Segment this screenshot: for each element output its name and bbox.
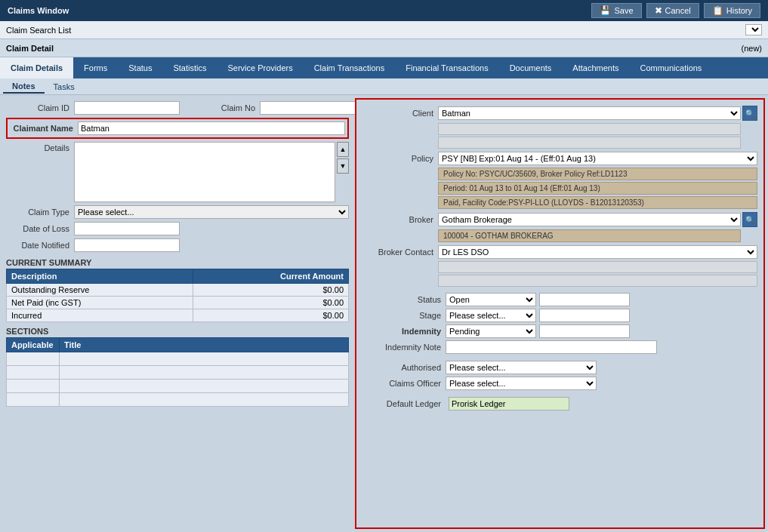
save-button[interactable]: Save [591, 3, 641, 18]
title-bar: Claims Window Save Cancel History [0, 0, 768, 21]
title-buttons: Save Cancel History [591, 3, 760, 18]
broker-info: 100004 - GOTHAM BROKERAG [438, 229, 741, 242]
table-row: Incurred$0.00 [7, 309, 349, 322]
search-list-title: Claim Search List [6, 26, 71, 35]
tab-financial-transactions[interactable]: Financial Transactions [395, 57, 498, 78]
stage-note-input[interactable] [539, 309, 630, 322]
claimant-name-box: Claimant Name [6, 118, 349, 139]
cancel-icon [655, 5, 662, 16]
claim-type-select[interactable]: Please select... [74, 205, 349, 219]
claims-officer-select[interactable]: Please select... [446, 377, 597, 390]
table-row: Outstanding Reserve$0.00 [7, 284, 349, 297]
client-select[interactable]: Batman [438, 106, 741, 120]
tab-communications[interactable]: Communications [629, 57, 712, 78]
broker-contact-select[interactable]: Dr LES DSO [438, 245, 757, 259]
table-row [7, 380, 349, 393]
col-current-amount: Current Amount [193, 269, 349, 284]
claimant-name-input[interactable] [78, 121, 345, 135]
broker-contact-label: Broker Contact [362, 248, 438, 257]
date-notified-label: Date Notified [6, 241, 74, 250]
subtab-tasks[interactable]: Tasks [45, 81, 84, 93]
claim-no-label: Claim No [192, 103, 260, 112]
extra-row-1 [438, 261, 757, 273]
date-notified-input[interactable] [74, 238, 180, 252]
broker-select[interactable]: Gotham Brokerage [438, 213, 741, 226]
nav-tabs: Claim Details Forms Status Statistics Se… [0, 57, 768, 78]
status-select[interactable]: Open [446, 293, 536, 306]
claims-officer-row: Claims Officer Please select... [362, 377, 757, 390]
search-bar-dropdown[interactable] [745, 24, 762, 35]
indemnity-note-row: Indemnity Note [362, 340, 757, 354]
history-icon [712, 5, 723, 16]
indemnity-row: Indemnity Pending [362, 324, 757, 338]
date-of-loss-row: Date of Loss [6, 222, 349, 235]
status-label: Status [362, 295, 446, 304]
broker-row: Broker Gotham Brokerage [362, 212, 757, 227]
tab-claim-details[interactable]: Claim Details [0, 57, 73, 78]
client-info-row-2 [438, 137, 741, 149]
broker-label: Broker [362, 215, 438, 224]
claim-no-input[interactable] [260, 101, 365, 115]
indemnity-note-input2[interactable] [446, 340, 657, 354]
table-row [7, 393, 349, 407]
claim-type-label: Claim Type [6, 208, 74, 217]
client-label: Client [362, 109, 438, 118]
indemnity-select[interactable]: Pending [446, 324, 536, 338]
broker-search-icon [745, 215, 754, 224]
table-row [7, 366, 349, 380]
scroll-up-button[interactable]: ▲ [337, 142, 349, 157]
claim-type-row: Claim Type Please select... [6, 205, 349, 219]
stage-label: Stage [362, 311, 446, 320]
right-panel: Client Batman Policy PSY [NB] Exp:01 Aug… [355, 98, 765, 529]
client-search-icon [745, 109, 754, 118]
detail-badge: (new) [741, 44, 762, 53]
current-summary-section: CURRENT SUMMARY Description Current Amou… [6, 258, 349, 322]
sections-table: Applicable Title [6, 337, 349, 407]
policy-select[interactable]: PSY [NB] Exp:01 Aug 14 - (Eff:01 Aug 13) [438, 152, 757, 165]
details-area: Details ▲ ▼ [6, 142, 349, 202]
tab-statistics[interactable]: Statistics [162, 57, 217, 78]
summary-table: Description Current Amount Outstanding R… [6, 269, 349, 322]
claimant-name-row: Claimant Name [10, 121, 345, 135]
col-description: Description [7, 269, 193, 284]
sub-tabs: Notes Tasks [0, 78, 768, 95]
broker-search-button[interactable] [742, 212, 757, 227]
claim-id-row: Claim ID Claim No [6, 101, 349, 115]
cancel-button[interactable]: Cancel [646, 3, 699, 18]
default-ledger-label: Default Ledger [362, 399, 446, 408]
stage-select[interactable]: Please select... [446, 309, 536, 322]
scroll-down-button[interactable]: ▼ [337, 158, 349, 174]
tab-claim-transactions[interactable]: Claim Transactions [304, 57, 396, 78]
claimant-name-label: Claimant Name [10, 124, 78, 133]
default-ledger-input [449, 397, 569, 411]
tab-documents[interactable]: Documents [499, 57, 563, 78]
detail-bar: Claim Detail (new) [0, 39, 768, 57]
left-panel: Claim ID Claim No Claimant Name Details … [0, 95, 355, 532]
date-of-loss-input[interactable] [74, 222, 180, 235]
client-row: Client Batman [362, 106, 757, 121]
policy-info-3: Paid, Facility Code:PSY-PI-LLO (LLOYDS -… [438, 196, 757, 209]
subtab-notes[interactable]: Notes [3, 80, 45, 94]
claim-id-input[interactable] [74, 101, 180, 115]
app-title: Claims Window [8, 6, 69, 15]
table-row [7, 352, 349, 366]
authorised-select[interactable]: Please select... [446, 361, 597, 374]
tab-service-providers[interactable]: Service Providers [217, 57, 303, 78]
details-textarea[interactable] [74, 142, 335, 202]
col-title: Title [60, 338, 349, 352]
client-search-button[interactable] [742, 106, 757, 121]
claims-officer-label: Claims Officer [362, 379, 446, 388]
client-info-row-1 [438, 123, 741, 135]
col-applicable: Applicable [7, 338, 60, 352]
default-ledger-row: Default Ledger [362, 397, 757, 411]
indemnity-note-input[interactable] [539, 324, 630, 338]
history-button[interactable]: History [704, 3, 760, 18]
stage-row: Stage Please select... [362, 309, 757, 322]
tab-status[interactable]: Status [118, 57, 162, 78]
status-section: Status Open Stage Please select... Indem… [362, 293, 757, 411]
table-row: Net Paid (inc GST)$0.00 [7, 297, 349, 309]
tab-attachments[interactable]: Attachments [562, 57, 629, 78]
date-notified-row: Date Notified [6, 238, 349, 252]
status-note-input[interactable] [539, 293, 630, 306]
tab-forms[interactable]: Forms [73, 57, 118, 78]
